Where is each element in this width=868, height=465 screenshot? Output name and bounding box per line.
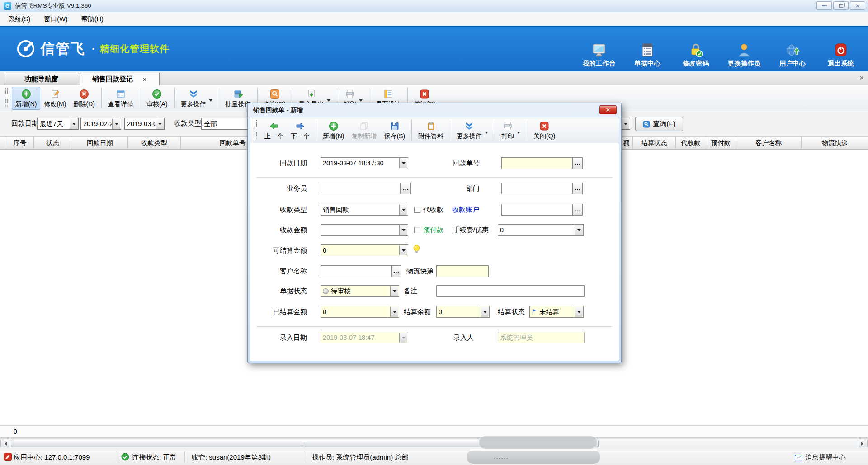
- banner-action-documents[interactable]: 单据中心: [627, 42, 668, 68]
- dropdown-arrow-icon[interactable]: [621, 119, 629, 129]
- menu-system[interactable]: 系统(S): [2, 13, 37, 26]
- banner-action-workbench[interactable]: 我的工作台: [578, 42, 620, 68]
- banner-action-exit[interactable]: 退出系统: [820, 42, 862, 68]
- brand-logo-icon: [15, 38, 36, 59]
- customer-input[interactable]: [321, 265, 391, 277]
- toolbar-drag-handle[interactable]: [5, 88, 8, 107]
- dialog-add-button[interactable]: 新增(N): [319, 119, 348, 142]
- tab-close-icon[interactable]: [143, 77, 147, 81]
- save-button[interactable]: 保存(S): [380, 119, 409, 142]
- add-button[interactable]: 新增(N): [12, 87, 40, 110]
- more-actions-button[interactable]: 更多操作: [177, 87, 216, 110]
- remark-input[interactable]: [436, 285, 585, 297]
- column-header[interactable]: 回款日期: [72, 137, 128, 150]
- prepay-checkbox[interactable]: [414, 227, 420, 233]
- dialog-titlebar[interactable]: 销售回款单 - 新增: [250, 103, 619, 117]
- pay-type-combo[interactable]: 销售回款: [321, 204, 408, 216]
- column-header[interactable]: 物流快递: [802, 137, 868, 150]
- prev-record-button[interactable]: 上一个: [261, 119, 287, 142]
- pay-type-label: 收款类型: [255, 204, 307, 216]
- scroll-left-button[interactable]: [0, 440, 9, 447]
- column-header[interactable]: 代收款: [676, 137, 706, 150]
- query-button[interactable]: 查询(F): [635, 117, 683, 131]
- dialog-print-button[interactable]: 打印: [498, 119, 524, 142]
- column-header[interactable]: 序号: [6, 137, 34, 150]
- date-to-combo[interactable]: 2019-03-07: [124, 118, 165, 130]
- view-detail-button[interactable]: 查看详情: [104, 87, 137, 110]
- delete-button[interactable]: 删除(D): [70, 87, 98, 110]
- column-header[interactable]: 客户名称: [736, 137, 802, 150]
- agent-collect-checkbox[interactable]: [414, 207, 420, 213]
- message-center-link[interactable]: 消息提醒中心: [805, 453, 846, 462]
- column-header[interactable]: 状态: [34, 137, 72, 150]
- settle-status-combo[interactable]: 未结算: [529, 306, 584, 318]
- horizontal-scrollbar[interactable]: [0, 438, 868, 448]
- dialog-close-toolbar-button[interactable]: 关闭(Q): [530, 119, 559, 142]
- app-center-logo-icon: [4, 453, 12, 462]
- department-picker-button[interactable]: …: [572, 183, 583, 194]
- column-header[interactable]: 收款类型: [128, 137, 181, 150]
- dropdown-arrow-icon[interactable]: [399, 158, 407, 168]
- date-from-combo[interactable]: 2019-02-28: [80, 118, 121, 130]
- account-link[interactable]: 收款账户: [452, 204, 479, 216]
- scroll-right-button[interactable]: [859, 440, 868, 447]
- banner-action-password[interactable]: 修改密码: [675, 42, 717, 68]
- menu-window[interactable]: 窗口(W): [37, 13, 74, 26]
- toolbar-separator: [219, 88, 219, 108]
- banner-action-user-center[interactable]: 用户中心: [772, 42, 813, 68]
- edit-button[interactable]: 修改(M): [40, 87, 70, 110]
- settleable-combo[interactable]: 0: [321, 244, 408, 256]
- dropdown-arrow-icon[interactable]: [156, 119, 164, 129]
- next-arrow-icon: [295, 120, 305, 132]
- fee-combo[interactable]: 0: [498, 224, 584, 236]
- tab-nav-window[interactable]: 功能导航窗: [4, 73, 79, 85]
- ui-design-icon: [383, 88, 393, 99]
- salesman-picker-button[interactable]: …: [401, 183, 411, 194]
- dropdown-arrow-icon[interactable]: [575, 225, 583, 235]
- audit-button[interactable]: 审核(A): [143, 87, 171, 110]
- menu-help[interactable]: 帮助(H): [75, 13, 110, 26]
- dropdown-arrow-icon[interactable]: [399, 205, 407, 215]
- dropdown-arrow-icon[interactable]: [112, 119, 120, 129]
- dropdown-arrow-icon[interactable]: [70, 119, 78, 129]
- column-header[interactable]: 预付款: [706, 137, 736, 150]
- account-status: 账套: susan(2019年第3期): [192, 453, 271, 462]
- audit-check-icon: [152, 88, 162, 99]
- tab-sales-payment[interactable]: 销售回款登记: [80, 73, 160, 85]
- next-record-button[interactable]: 下一个: [287, 119, 313, 142]
- logistics-input[interactable]: [436, 265, 489, 277]
- form-separator: [256, 177, 613, 178]
- status-ball-icon: [323, 288, 329, 294]
- minimize-icon: [822, 5, 827, 6]
- dropdown-arrow-icon[interactable]: [399, 245, 407, 255]
- balance-combo[interactable]: 0: [436, 306, 490, 318]
- print-icon: [503, 120, 513, 132]
- date-range-combo[interactable]: 最近7天: [37, 118, 79, 130]
- toolbar-drag-handle[interactable]: [255, 120, 257, 139]
- receipt-no-input[interactable]: [501, 157, 572, 169]
- password-lock-icon: [675, 42, 717, 58]
- brand-dot: ·: [92, 42, 95, 55]
- banner-action-operator[interactable]: 更换操作员: [723, 42, 765, 68]
- payment-date-combo[interactable]: 2019-03-07 18:47:30: [321, 157, 408, 169]
- dialog-close-button[interactable]: [599, 105, 617, 114]
- attachment-clipboard-icon: [426, 120, 436, 132]
- department-input[interactable]: [501, 183, 572, 194]
- salesman-input[interactable]: [321, 183, 401, 194]
- receipt-no-picker-button[interactable]: …: [572, 157, 583, 169]
- dropdown-arrow-icon[interactable]: [575, 307, 583, 317]
- column-header[interactable]: 结算状态: [633, 137, 676, 150]
- account-input[interactable]: [501, 204, 572, 216]
- exit-power-icon: [820, 42, 862, 58]
- minimize-button[interactable]: [816, 1, 832, 10]
- account-picker-button[interactable]: …: [572, 204, 583, 216]
- restore-button[interactable]: [833, 1, 849, 10]
- attachments-button[interactable]: 附件资料: [415, 119, 447, 142]
- tabstrip: 功能导航窗 销售回款登记: [0, 71, 868, 85]
- tabstrip-close-icon[interactable]: [860, 76, 864, 80]
- amount-combo[interactable]: [321, 224, 408, 236]
- dropdown-arrow-icon[interactable]: [399, 225, 407, 235]
- close-window-button[interactable]: [850, 1, 865, 10]
- dialog-more-actions-button[interactable]: 更多操作: [453, 119, 492, 142]
- receipt-no-label: 回款单号: [420, 157, 480, 169]
